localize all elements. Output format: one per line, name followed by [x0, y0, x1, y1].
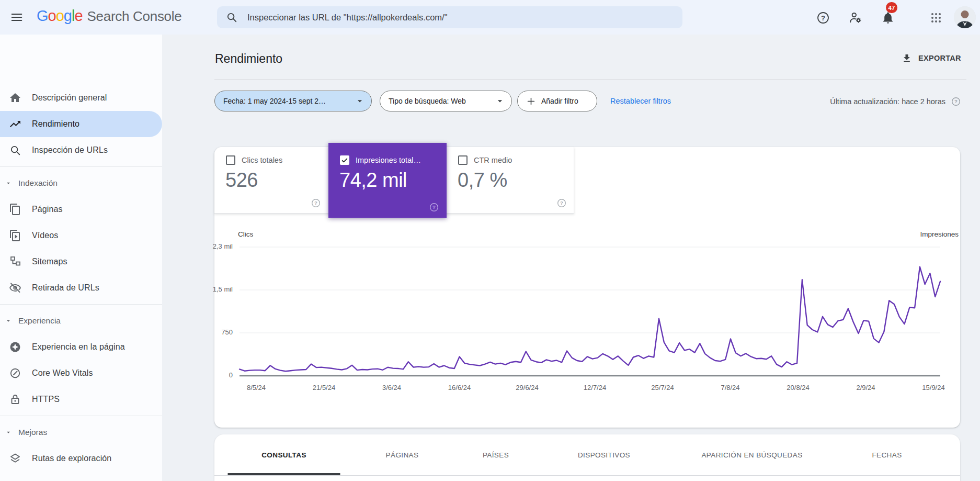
total-impressions-checkbox[interactable] — [340, 155, 349, 165]
total-clicks-checkbox[interactable] — [226, 155, 235, 165]
info-question-icon[interactable]: ? — [950, 96, 962, 106]
lock-icon — [9, 393, 21, 406]
total-clicks-value: 526 — [225, 169, 258, 192]
product-name: Search Console — [87, 8, 182, 25]
y-axis-tick-label: 750 — [186, 328, 233, 336]
sidebar-item-rutas-de-exploracion[interactable]: Rutas de exploración — [0, 445, 162, 472]
sidebar-item-https[interactable]: HTTPS — [0, 386, 162, 412]
x-axis-tick-label: 15/9/24 — [907, 384, 960, 391]
svg-text:?: ? — [314, 200, 317, 206]
x-axis-tick-label: 3/6/24 — [366, 384, 418, 391]
y-axis-tick-label: 2,3 mil — [186, 242, 233, 250]
sidebar-item-inspeccion-de-urls[interactable]: Inspección de URLs — [0, 137, 162, 163]
x-axis-tick-label: 12/7/24 — [569, 384, 621, 391]
tab-aparicion-en-busquedas[interactable]: APARICIÓN EN BÚSQUEDAS — [667, 434, 837, 475]
x-axis-tick-label: 16/6/24 — [434, 384, 486, 391]
pages-icon — [9, 203, 21, 216]
url-inspection-input[interactable] — [247, 13, 674, 23]
tab-consultas[interactable]: CONSULTAS — [214, 434, 354, 475]
gauge-icon — [9, 367, 21, 379]
sidebar: Descripción generalRendimientoInspección… — [0, 35, 162, 481]
reset-filters-link[interactable]: Restablecer filtros — [610, 97, 671, 105]
date-filter-chip[interactable]: Fecha: 1 may 2024-15 sept 2… — [214, 91, 372, 111]
compass-icon — [9, 341, 21, 353]
question-circle-icon[interactable]: ? — [556, 198, 567, 208]
tab-paginas[interactable]: PÁGINAS — [354, 434, 451, 475]
sidebar-item-sitemaps[interactable]: Sitemaps — [0, 249, 162, 275]
chevron-down-icon — [5, 426, 12, 439]
menu-icon[interactable] — [7, 9, 26, 26]
sidebar-divider — [0, 166, 162, 167]
notification-count-badge: 47 — [886, 2, 897, 13]
chevron-down-icon — [355, 96, 365, 106]
eyeoff-icon — [9, 282, 21, 294]
chevron-down-icon — [5, 315, 12, 327]
sidebar-divider — [0, 304, 162, 305]
sitemap-icon — [9, 255, 21, 268]
sidebar-section-indexacion[interactable]: Indexación — [0, 170, 162, 196]
total-impressions-tile[interactable]: Impresiones total… 74,2 mil ? — [328, 143, 447, 218]
chevron-down-icon — [5, 177, 12, 189]
sidebar-nav: Descripción generalRendimientoInspección… — [0, 35, 162, 472]
download-icon — [901, 52, 913, 64]
layers-icon — [9, 452, 21, 465]
url-inspection-searchbox[interactable] — [217, 6, 682, 28]
page-title: Rendimiento — [215, 52, 282, 66]
dimensions-card: CONSULTASPÁGINASPAÍSESDISPOSITIVOSAPARIC… — [214, 434, 960, 481]
total-impressions-value: 74,2 mil — [339, 169, 407, 192]
last-update-status: Última actualización: hace 2 horas ? — [722, 96, 962, 106]
tab-fechas[interactable]: FECHAS — [837, 434, 937, 475]
x-axis-tick-label: 20/8/24 — [772, 384, 824, 391]
help-icon[interactable]: ? — [816, 10, 830, 25]
trend-icon — [9, 118, 21, 130]
export-button[interactable]: EXPORTAR — [901, 52, 961, 64]
x-axis-tick-label: 8/5/24 — [230, 384, 282, 391]
home-icon — [9, 92, 21, 104]
sidebar-item-experiencia-en-la-pagina[interactable]: Experiencia en la página — [0, 334, 162, 360]
search-type-filter-chip[interactable]: Tipo de búsqueda: Web — [380, 91, 512, 111]
impressions-line-chart[interactable] — [214, 238, 960, 393]
x-axis-tick-label: 7/8/24 — [704, 384, 757, 391]
avg-ctr-tile[interactable]: CTR medio 0,7 % ? — [447, 147, 574, 214]
impressions-series-line[interactable] — [240, 267, 940, 372]
sidebar-item-retirada-de-urls[interactable]: Retirada de URLs — [0, 275, 162, 301]
avg-ctr-value: 0,7 % — [458, 169, 507, 192]
sidebar-item-descripcion-general[interactable]: Descripción general — [0, 85, 162, 111]
sidebar-item-rendimiento[interactable]: Rendimiento — [0, 111, 162, 137]
question-circle-icon[interactable]: ? — [429, 202, 439, 212]
google-apps-grid-icon[interactable] — [929, 10, 943, 25]
sidebar-item-videos[interactable]: Vídeos — [0, 222, 162, 249]
question-circle-icon[interactable]: ? — [311, 198, 321, 208]
x-axis-tick-label: 25/7/24 — [636, 384, 689, 391]
avg-ctr-checkbox[interactable] — [458, 155, 468, 165]
app-logo[interactable]: Google Search Console — [37, 7, 181, 25]
sidebar-item-paginas[interactable]: Páginas — [0, 196, 162, 222]
search-icon — [9, 144, 21, 156]
user-settings-icon[interactable] — [848, 10, 863, 25]
video-icon — [9, 229, 21, 242]
x-axis-tick-label: 29/6/24 — [501, 384, 553, 391]
active-tab-underline — [228, 473, 340, 475]
x-axis-tick-label: 2/9/24 — [840, 384, 892, 391]
google-logo: Google — [37, 7, 83, 25]
x-axis-tick-label: 21/5/24 — [298, 384, 350, 391]
chevron-down-icon — [495, 96, 505, 106]
sidebar-divider — [0, 416, 162, 416]
tab-dispositivos[interactable]: DISPOSITIVOS — [541, 434, 667, 475]
svg-text:?: ? — [954, 98, 958, 104]
search-icon — [225, 11, 238, 24]
avatar[interactable] — [954, 6, 976, 28]
chart-right-axis-label: Impresiones — [891, 230, 959, 238]
total-clicks-tile[interactable]: Clics totales 526 ? — [214, 147, 328, 214]
search-console-app: Google Search Console ? 47 Descripción g… — [0, 0, 980, 481]
svg-text:?: ? — [560, 200, 563, 206]
add-filter-chip[interactable]: Añadir filtro — [517, 91, 597, 111]
title-divider — [214, 79, 966, 80]
tab-paises[interactable]: PAÍSES — [451, 434, 541, 475]
y-axis-tick-label: 0 — [186, 371, 233, 379]
sidebar-section-mejoras[interactable]: Mejoras — [0, 419, 162, 445]
sidebar-item-core-web-vitals[interactable]: Core Web Vitals — [0, 360, 162, 386]
y-axis-tick-label: 1,5 mil — [186, 285, 233, 293]
svg-text:?: ? — [432, 204, 436, 210]
sidebar-section-experiencia[interactable]: Experiencia — [0, 308, 162, 334]
